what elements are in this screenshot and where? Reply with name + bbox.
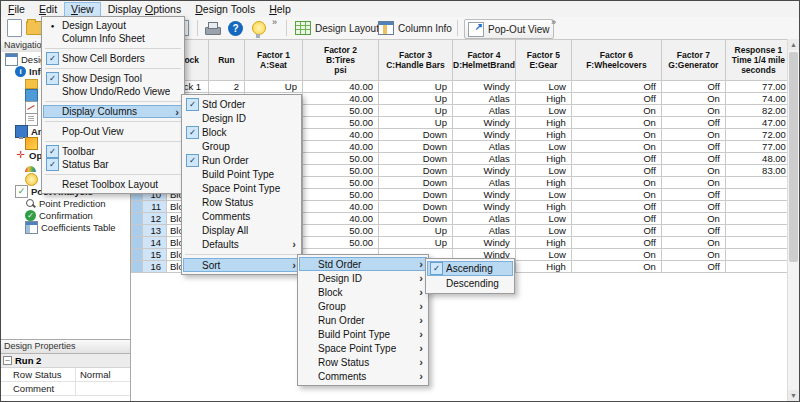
cell-factor6-wheelcovers[interactable]: Off (571, 237, 661, 249)
cell-factor4-helmetbrand[interactable]: Atlas (453, 177, 516, 189)
cell-response1-time[interactable] (725, 261, 791, 273)
cell-std[interactable]: 11 (143, 201, 167, 213)
scroll-up-icon[interactable]: ▲ (788, 39, 799, 50)
cell-factor6-wheelcovers[interactable]: Off (571, 153, 661, 165)
menu-item-design-id[interactable]: Design ID (183, 111, 300, 125)
menubar-item-help[interactable]: Help (262, 2, 298, 17)
cell-factor2-tires[interactable]: 40.00 (303, 129, 379, 141)
cell-row-selector[interactable] (132, 261, 143, 273)
cell-factor3-handlebars[interactable]: Up (379, 225, 453, 237)
cell-factor7-generator[interactable]: On (661, 213, 725, 225)
menu-item-group[interactable]: Group (299, 299, 427, 313)
cell-factor6-wheelcovers[interactable]: Off (571, 81, 661, 93)
menu-item-defaults[interactable]: Defaults (183, 237, 300, 251)
cell-factor4-helmetbrand[interactable]: Windy (453, 189, 516, 201)
cell-factor4-helmetbrand[interactable]: Atlas (453, 153, 516, 165)
header-factor6-wheelcovers[interactable]: Factor 6F:Wheelcovers (571, 40, 661, 81)
cell-factor2-tires[interactable]: 50.00 (303, 177, 379, 189)
cell-response1-time[interactable] (725, 213, 791, 225)
cell-factor5-gear[interactable]: High (515, 177, 571, 189)
cell-factor7-generator[interactable]: Off (661, 201, 725, 213)
cell-factor4-helmetbrand[interactable]: Atlas (453, 213, 516, 225)
menu-item-toolbar[interactable]: Toolbar (43, 145, 183, 158)
menu-item-std-order[interactable]: Std Order (183, 97, 300, 111)
cell-factor6-wheelcovers[interactable]: Off (571, 225, 661, 237)
cell-factor5-gear[interactable]: High (515, 117, 571, 129)
cell-factor7-generator[interactable]: Off (661, 153, 725, 165)
tips-lightbulb-icon[interactable] (252, 19, 266, 37)
cell-response1-time[interactable]: 72.00 (725, 129, 791, 141)
cell-factor6-wheelcovers[interactable]: Off (571, 93, 661, 105)
cell-row-selector[interactable] (132, 237, 143, 249)
cell-factor7-generator[interactable]: On (661, 249, 725, 261)
cell-response1-time[interactable]: 83.00 (725, 165, 791, 177)
menubar-item-design-tools[interactable]: Design Tools (188, 2, 262, 17)
header-factor5-gear[interactable]: Factor 5E:Gear (515, 40, 571, 81)
cell-factor4-helmetbrand[interactable]: Atlas (453, 141, 516, 153)
cell-factor3-handlebars[interactable]: Down (379, 213, 453, 225)
cell-std[interactable]: 15 (143, 249, 167, 261)
cell-factor5-gear[interactable]: Low (515, 189, 571, 201)
menu-item-status-bar[interactable]: Status Bar (43, 158, 183, 171)
menubar-item-file[interactable]: File (1, 2, 32, 17)
cell-response1-time[interactable]: 77.00 (725, 141, 791, 153)
cell-factor2-tires[interactable]: 50.00 (303, 105, 379, 117)
header-factor4-helmetbrand[interactable]: Factor 4D:HelmetBrand (453, 40, 516, 81)
toolbar-overflow-chevron-icon[interactable]: » (272, 18, 277, 27)
cell-factor2-tires[interactable]: 50.00 (303, 189, 379, 201)
property-value[interactable]: Normal (76, 368, 130, 381)
cell-factor4-helmetbrand[interactable]: Windy (453, 237, 516, 249)
menu-item-reset-toolbox-layout[interactable]: Reset Toolbox Layout (43, 178, 183, 191)
cell-factor3-handlebars[interactable]: Up (379, 117, 453, 129)
cell-row-selector[interactable] (132, 249, 143, 261)
cell-factor4-helmetbrand[interactable]: Windy (453, 81, 516, 93)
cell-factor3-handlebars[interactable]: Up (379, 81, 453, 93)
menu-item-build-point-type[interactable]: Build Point Type (183, 167, 300, 181)
menu-item-column-info-sheet[interactable]: Column Info Sheet (43, 32, 183, 45)
cell-factor4-helmetbrand[interactable]: Windy (453, 129, 516, 141)
menu-item-design-id[interactable]: Design ID (299, 271, 427, 285)
menu-item-comments[interactable]: Comments (299, 369, 427, 383)
menu-item-block[interactable]: Block (299, 285, 427, 299)
menu-item-comments[interactable]: Comments (183, 209, 300, 223)
new-document-icon[interactable] (7, 19, 22, 37)
property-value[interactable] (76, 382, 130, 395)
nav-item-point-prediction[interactable]: Point Prediction (1, 197, 130, 209)
menu-item-row-status[interactable]: Row Status (299, 355, 427, 369)
cell-factor3-handlebars[interactable]: Down (379, 201, 453, 213)
menu-item-row-status[interactable]: Row Status (183, 195, 300, 209)
menu-item-build-point-type[interactable]: Build Point Type (299, 327, 427, 341)
cell-factor6-wheelcovers[interactable]: On (571, 117, 661, 129)
menu-item-run-order[interactable]: Run Order (299, 313, 427, 327)
cell-factor2-tires[interactable]: 40.00 (303, 93, 379, 105)
cell-factor7-generator[interactable]: Off (661, 81, 725, 93)
cell-std[interactable]: 16 (143, 261, 167, 273)
menu-item-block[interactable]: Block (183, 125, 300, 139)
cell-factor4-helmetbrand[interactable]: Atlas (453, 93, 516, 105)
menu-item-group[interactable]: Group (183, 139, 300, 153)
cell-factor6-wheelcovers[interactable]: On (571, 261, 661, 273)
cell-factor2-tires[interactable]: 50.00 (303, 237, 379, 249)
menu-item-design-layout[interactable]: Design Layout (43, 19, 183, 32)
cell-factor6-wheelcovers[interactable]: On (571, 249, 661, 261)
cell-factor2-tires[interactable]: 40.00 (303, 141, 379, 153)
column-info-button[interactable]: Column Info (375, 19, 455, 37)
cell-factor6-wheelcovers[interactable]: Off (571, 165, 661, 177)
cell-factor5-gear[interactable]: Low (515, 225, 571, 237)
cell-factor3-handlebars[interactable]: Up (379, 93, 453, 105)
header-factor7-generator[interactable]: Factor 7G:Generator (661, 40, 725, 81)
cell-response1-time[interactable] (725, 189, 791, 201)
cell-response1-time[interactable] (725, 237, 791, 249)
cell-factor5-gear[interactable]: Low (515, 105, 571, 117)
cell-factor6-wheelcovers[interactable]: Off (571, 201, 661, 213)
cell-row-selector[interactable] (132, 225, 143, 237)
cell-factor3-handlebars[interactable]: Down (379, 177, 453, 189)
menu-item-pop-out-view[interactable]: Pop-Out View (43, 125, 183, 138)
cell-factor5-gear[interactable]: High (515, 129, 571, 141)
cell-row-selector[interactable] (132, 213, 143, 225)
cell-factor4-helmetbrand[interactable]: Windy (453, 165, 516, 177)
menu-item-show-undo-redo-viewer[interactable]: Show Undo/Redo Viewer (43, 85, 183, 98)
cell-factor5-gear[interactable]: High (515, 237, 571, 249)
cell-response1-time[interactable] (725, 249, 791, 261)
menu-item-run-order[interactable]: Run Order (183, 153, 300, 167)
